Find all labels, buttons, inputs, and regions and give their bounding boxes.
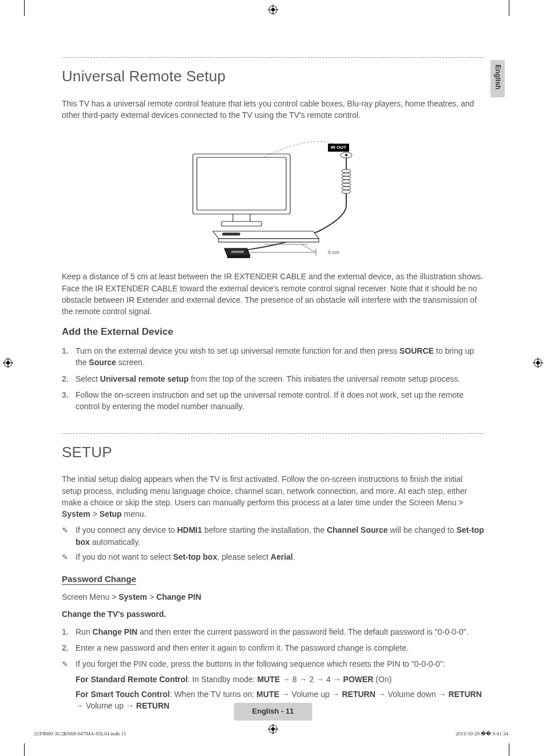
- step-number: 2.: [62, 373, 69, 385]
- svg-point-28: [342, 187, 351, 190]
- section-divider: [62, 433, 484, 434]
- list-item: 2.Select Universal remote setup from the…: [62, 373, 484, 385]
- distance-label: 5 cm: [328, 249, 339, 256]
- language-tab: English: [490, 60, 505, 97]
- step-number: 2.: [62, 642, 69, 654]
- svg-rect-30: [219, 239, 319, 242]
- note-icon: ✎: [62, 552, 68, 563]
- svg-point-23: [342, 169, 351, 173]
- list-item: 1.Run Change PIN and then enter the curr…: [62, 626, 484, 638]
- step-number: 1.: [62, 345, 69, 357]
- svg-rect-32: [227, 256, 250, 258]
- password-change-heading: Password Change: [62, 573, 484, 585]
- list-item: ✎If you connect any device to HDMI1 befo…: [62, 524, 484, 548]
- registration-mark-icon: [533, 358, 543, 368]
- section-title-universal-remote: Universal Remote Setup: [62, 66, 484, 88]
- registration-mark-icon: [268, 724, 278, 734]
- standard-remote-sequence: For Standard Remote Control: In Standby …: [62, 674, 484, 685]
- section-divider: [62, 57, 484, 58]
- registration-mark-icon: [268, 5, 278, 15]
- list-item: 2.Enter a new password and then enter it…: [62, 642, 484, 654]
- svg-line-35: [302, 244, 316, 252]
- svg-point-22: [345, 154, 347, 156]
- pin-reset-note: ✎If you forget the PIN code, press the b…: [62, 658, 484, 670]
- add-device-steps: 1.Turn on the external device you wish t…: [62, 345, 484, 412]
- svg-point-27: [342, 183, 351, 187]
- menu-path: Screen Menu > System > Change PIN: [62, 591, 484, 603]
- page-number-footer: English - 11: [234, 703, 312, 721]
- list-item: 1.Turn on the external device you wish t…: [62, 345, 484, 369]
- step-number: 3.: [62, 389, 69, 401]
- list-item: 3.Follow the on-screen instruction and s…: [62, 389, 484, 413]
- svg-point-25: [342, 176, 351, 180]
- svg-point-24: [342, 173, 351, 176]
- svg-rect-33: [231, 251, 244, 253]
- change-password-label: Change the TV's password.: [62, 608, 484, 620]
- svg-rect-20: [221, 221, 262, 226]
- svg-point-29: [342, 190, 351, 193]
- setup-intro: The initial setup dialog appears when th…: [62, 473, 484, 520]
- print-job-filename: [UF8000-XC]BN68-04794A-05L04.indb 11: [34, 730, 126, 738]
- list-item: ✎If you forget the PIN code, press the b…: [62, 658, 484, 670]
- password-steps: 1.Run Change PIN and then enter the curr…: [62, 626, 484, 654]
- ir-out-label: IR OUT: [328, 144, 349, 152]
- svg-point-26: [342, 180, 351, 183]
- note-icon: ✎: [62, 525, 68, 536]
- page-content: Universal Remote Setup This TV has a uni…: [62, 57, 484, 715]
- svg-rect-31: [223, 233, 240, 235]
- print-job-timestamp: 2013-10-29 �� 9:41:34: [456, 730, 508, 738]
- note-icon: ✎: [62, 659, 68, 670]
- add-external-device-heading: Add the External Device: [62, 325, 484, 339]
- setup-notes: ✎If you connect any device to HDMI1 befo…: [62, 524, 484, 563]
- registration-mark-icon: [3, 358, 13, 368]
- step-number: 1.: [62, 626, 69, 638]
- intro-paragraph: This TV has a universal remote control f…: [62, 98, 484, 121]
- svg-rect-17: [197, 157, 286, 210]
- svg-rect-16: [193, 154, 290, 214]
- keep-distance-paragraph: Keep a distance of 5 cm at least between…: [62, 271, 484, 317]
- section-title-setup: SETUP: [62, 442, 484, 464]
- list-item: ✎If you do not want to select Set-top bo…: [62, 551, 484, 563]
- diagram-illustration: IR OUT 5 cm: [136, 131, 410, 263]
